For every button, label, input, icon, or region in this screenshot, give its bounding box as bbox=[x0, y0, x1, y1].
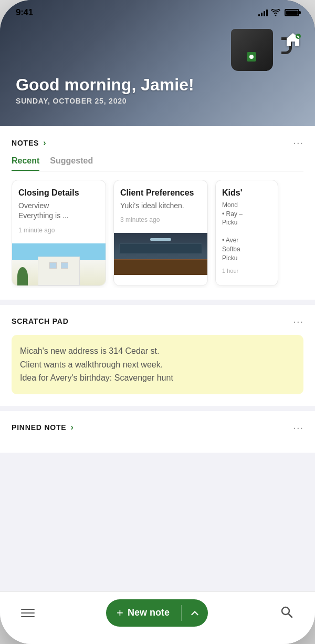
notes-scroll-list: Closing Details OverviewEverything is ..… bbox=[12, 180, 303, 288]
battery-icon bbox=[285, 9, 299, 16]
notes-more-button[interactable]: ··· bbox=[293, 137, 303, 149]
scratch-pad-more-button[interactable]: ··· bbox=[293, 315, 303, 328]
hero-greeting: Good morning, Jamie! bbox=[16, 75, 194, 95]
note-card-image-kitchen bbox=[114, 233, 207, 275]
scratch-pad-section: SCRATCH PAD ··· Micah's new address is 3… bbox=[0, 305, 315, 406]
status-bar: 9:41 bbox=[0, 0, 315, 22]
pinned-note-more-button[interactable]: ··· bbox=[293, 422, 303, 434]
notes-section: NOTES › ··· Recent Suggested bbox=[0, 126, 315, 300]
notes-section-title: NOTES bbox=[12, 139, 39, 147]
search-icon bbox=[279, 605, 294, 619]
tab-recent[interactable]: Recent bbox=[12, 156, 39, 171]
scratch-pad-text: Micah's new address is 314 Cedar st. Cli… bbox=[20, 344, 295, 385]
notes-section-header: NOTES › ··· bbox=[12, 137, 303, 149]
note-card-time: 3 minutes ago bbox=[120, 216, 201, 223]
content-area: NOTES › ··· Recent Suggested bbox=[0, 126, 315, 505]
new-note-button[interactable]: + New note bbox=[106, 599, 208, 627]
signal-icon bbox=[258, 9, 268, 16]
pinned-note-header: PINNED NOTE › ··· bbox=[12, 422, 303, 434]
pinned-note-title: PINNED NOTE bbox=[12, 423, 66, 432]
note-card-preview: Yuki's ideal kitchen. bbox=[120, 201, 201, 211]
new-note-expand-button[interactable] bbox=[182, 599, 208, 627]
note-card-title: Closing Details bbox=[18, 188, 99, 199]
new-note-plus-icon: + bbox=[117, 607, 123, 619]
status-time: 9:41 bbox=[16, 7, 33, 18]
notes-arrow-icon[interactable]: › bbox=[43, 138, 46, 148]
note-card-closing-details[interactable]: Closing Details OverviewEverything is ..… bbox=[12, 180, 106, 286]
hero-mug-image bbox=[231, 29, 284, 79]
status-icons bbox=[258, 9, 299, 16]
phone-screen: 9:41 bbox=[0, 0, 315, 644]
new-note-label: New note bbox=[128, 607, 170, 618]
note-card-time: 1 hour bbox=[222, 268, 271, 274]
svg-line-3 bbox=[289, 614, 292, 617]
pinned-note-arrow-icon[interactable]: › bbox=[70, 423, 73, 432]
note-card-image-house bbox=[12, 243, 106, 285]
note-card-client-preferences[interactable]: Client Preferences Yuki's ideal kitchen.… bbox=[113, 180, 208, 286]
note-card-time: 1 minute ago bbox=[18, 227, 99, 234]
note-card-preview: Mond• Ray –Picku• AverSoftbaPicku bbox=[222, 201, 271, 263]
pinned-note-section: PINNED NOTE › ··· bbox=[0, 411, 315, 453]
note-card-preview: OverviewEverything is ... bbox=[18, 201, 99, 221]
bottom-bar: + New note bbox=[0, 591, 315, 644]
note-card-title: Kids' bbox=[222, 188, 271, 199]
hero-date: SUNDAY, OCTOBER 25, 2020 bbox=[16, 97, 194, 105]
home-icon[interactable]: ✎ bbox=[282, 29, 303, 50]
wifi-icon bbox=[271, 9, 280, 16]
scratch-pad-title: SCRATCH PAD bbox=[12, 317, 69, 325]
scratch-pad-content[interactable]: Micah's new address is 314 Cedar st. Cli… bbox=[12, 335, 303, 394]
search-button[interactable] bbox=[279, 605, 294, 621]
menu-button[interactable] bbox=[21, 609, 35, 617]
phone-frame: 9:41 bbox=[0, 0, 315, 644]
tab-suggested[interactable]: Suggested bbox=[50, 156, 93, 171]
note-card-kids[interactable]: Kids' Mond• Ray –Picku• AverSoftbaPicku … bbox=[215, 180, 278, 286]
hero-text: Good morning, Jamie! SUNDAY, OCTOBER 25,… bbox=[16, 75, 194, 105]
svg-text:✎: ✎ bbox=[297, 35, 300, 39]
notes-tabs: Recent Suggested bbox=[12, 156, 303, 171]
note-card-title: Client Preferences bbox=[120, 188, 201, 199]
scratch-pad-header: SCRATCH PAD ··· bbox=[12, 315, 303, 328]
